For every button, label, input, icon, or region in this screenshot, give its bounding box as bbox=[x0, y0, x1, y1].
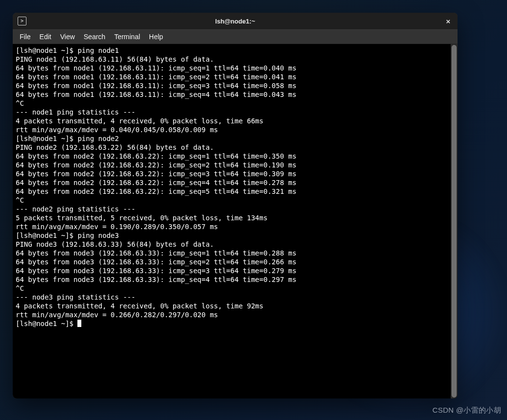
terminal-cursor bbox=[77, 320, 81, 327]
scrollbar[interactable] bbox=[451, 44, 458, 398]
menu-terminal[interactable]: Terminal bbox=[110, 32, 144, 42]
menu-edit[interactable]: Edit bbox=[36, 32, 55, 42]
terminal-viewport[interactable]: [lsh@node1 ~]$ ping node1 PING node1 (19… bbox=[13, 44, 451, 398]
menu-help[interactable]: Help bbox=[145, 32, 167, 42]
menu-view[interactable]: View bbox=[56, 32, 79, 42]
terminal-app-icon bbox=[18, 17, 26, 25]
menu-file[interactable]: File bbox=[16, 32, 35, 42]
terminal-output: [lsh@node1 ~]$ ping node1 PING node1 (19… bbox=[13, 44, 451, 330]
titlebar[interactable]: lsh@node1:~ × bbox=[13, 13, 458, 29]
close-icon[interactable]: × bbox=[442, 15, 455, 27]
terminal-window: lsh@node1:~ × File Edit View Search Term… bbox=[13, 13, 458, 398]
terminal-body[interactable]: [lsh@node1 ~]$ ping node1 PING node1 (19… bbox=[13, 44, 458, 398]
scrollbar-thumb[interactable] bbox=[452, 45, 457, 397]
watermark-text: CSDN @小雷的小胡 bbox=[433, 406, 501, 415]
window-title: lsh@node1:~ bbox=[13, 18, 458, 25]
menu-search[interactable]: Search bbox=[80, 32, 109, 42]
menubar: File Edit View Search Terminal Help bbox=[13, 29, 458, 44]
